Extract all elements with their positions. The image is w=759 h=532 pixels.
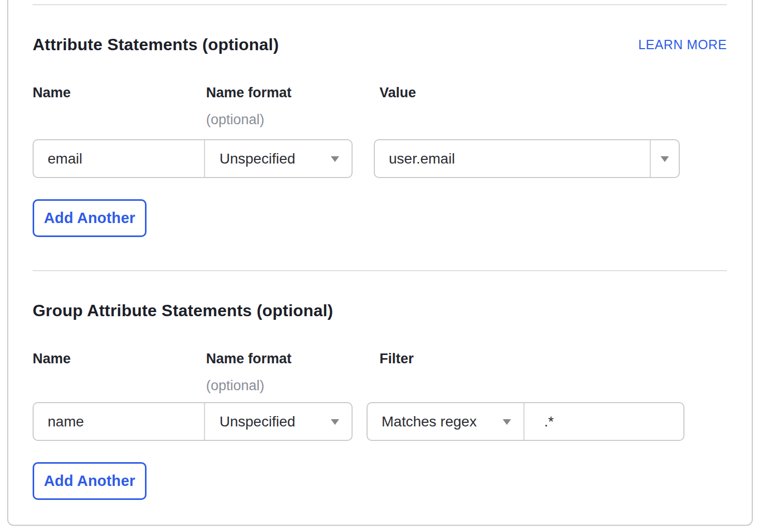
group-filter-column-label: Filter	[380, 350, 727, 394]
group-name-input[interactable]	[34, 403, 204, 440]
attr-name-input[interactable]	[34, 140, 204, 177]
attr-add-another-button[interactable]: Add Another	[33, 199, 147, 237]
group-filter-type-selected-value: Matches regex	[382, 413, 477, 430]
group-attribute-statements-header: Group Attribute Statements (optional)	[33, 300, 727, 321]
attr-name-format-selected-value: Unspecified	[220, 151, 295, 167]
chevron-down-icon	[331, 156, 339, 162]
attr-name-field-wrap	[34, 140, 205, 177]
attr-value-group	[374, 139, 680, 178]
chevron-down-icon	[503, 419, 511, 425]
group-name-format-selected-value: Unspecified	[220, 413, 295, 430]
attr-name-column-label: Name	[33, 84, 206, 128]
group-name-and-format-group: Unspecified	[33, 402, 353, 441]
learn-more-link[interactable]: LEARN MORE	[638, 36, 727, 55]
attr-value-column-label: Value	[380, 84, 727, 128]
group-name-format-select[interactable]: Unspecified	[205, 403, 352, 440]
top-divider	[33, 4, 727, 5]
group-name-column-label: Name	[33, 350, 206, 394]
section-divider	[33, 270, 727, 271]
group-attribute-statements-title: Group Attribute Statements (optional)	[33, 300, 333, 321]
group-add-another-button[interactable]: Add Another	[33, 462, 147, 500]
chevron-down-icon	[331, 419, 339, 425]
attr-name-format-column: Name format (optional)	[206, 84, 380, 128]
attr-value-dropdown-button[interactable]	[650, 140, 679, 177]
group-name-format-column-label: Name format	[206, 350, 380, 367]
card-content: Attribute Statements (optional) LEARN MO…	[8, 4, 752, 532]
group-name-format-column: Name format (optional)	[206, 350, 380, 394]
group-attribute-statement-row: Unspecified Matches regex	[33, 402, 727, 441]
attr-name-and-format-group: Unspecified	[33, 139, 353, 178]
attribute-statements-title: Attribute Statements (optional)	[33, 34, 279, 55]
attr-value-input[interactable]	[375, 140, 650, 177]
attr-name-format-column-label: Name format	[206, 84, 380, 101]
attribute-statements-header: Attribute Statements (optional) LEARN MO…	[33, 34, 727, 55]
group-filter-type-select[interactable]: Matches regex	[368, 403, 524, 440]
attribute-statement-row: Unspecified	[33, 139, 727, 178]
group-filter-group: Matches regex	[367, 402, 684, 441]
group-filter-value-field-wrap	[524, 403, 683, 440]
group-filter-value-input[interactable]	[524, 403, 683, 440]
attr-name-format-optional-label: (optional)	[206, 111, 380, 128]
attr-name-format-select[interactable]: Unspecified	[205, 140, 352, 177]
group-name-format-optional-label: (optional)	[206, 377, 380, 394]
group-attribute-statements-column-labels: Name Name format (optional) Filter	[33, 350, 727, 394]
chevron-down-icon	[661, 156, 669, 162]
attr-value-field-wrap	[375, 140, 650, 177]
attribute-statements-column-labels: Name Name format (optional) Value	[33, 84, 727, 128]
group-name-field-wrap	[34, 403, 205, 440]
settings-card: Attribute Statements (optional) LEARN MO…	[7, 0, 753, 526]
